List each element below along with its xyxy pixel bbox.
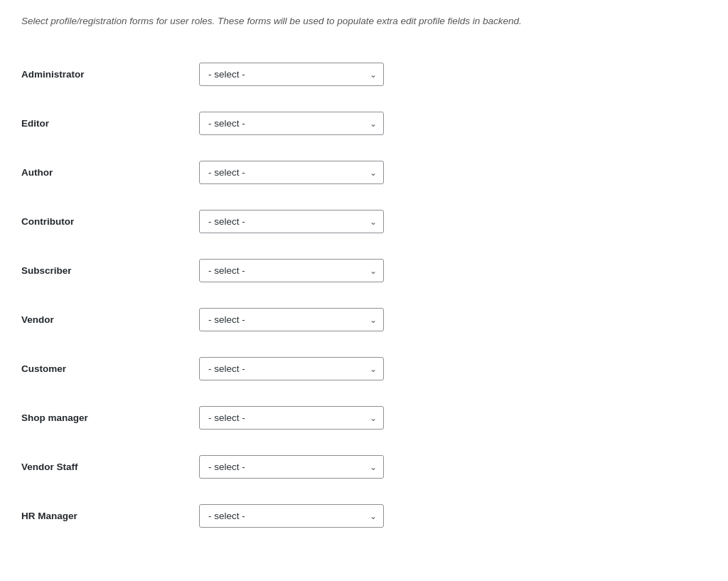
select-wrapper-contributor: - select -⌄ — [199, 210, 384, 233]
select-wrapper-editor: - select -⌄ — [199, 112, 384, 135]
role-label-subscriber: Subscriber — [21, 265, 199, 276]
select-vendor_staff[interactable]: - select - — [199, 455, 384, 479]
select-subscriber[interactable]: - select - — [199, 259, 384, 282]
role-label-hr_manager: HR Manager — [21, 511, 199, 521]
select-wrapper-vendor: - select -⌄ — [199, 308, 384, 331]
role-label-customer: Customer — [21, 363, 199, 374]
select-shop_manager[interactable]: - select - — [199, 406, 384, 430]
select-wrapper-administrator: - select -⌄ — [199, 63, 384, 86]
select-editor[interactable]: - select - — [199, 112, 384, 135]
select-wrapper-shop_manager: - select -⌄ — [199, 406, 384, 430]
role-row-subscriber: Subscriber- select -⌄ — [21, 246, 707, 295]
select-wrapper-author: - select -⌄ — [199, 161, 384, 184]
select-customer[interactable]: - select - — [199, 357, 384, 380]
role-label-administrator: Administrator — [21, 69, 199, 80]
role-row-vendor_staff: Vendor Staff- select -⌄ — [21, 442, 707, 491]
select-vendor[interactable]: - select - — [199, 308, 384, 331]
role-row-hr_manager: HR Manager- select -⌄ — [21, 491, 707, 540]
role-row-author: Author- select -⌄ — [21, 148, 707, 197]
select-administrator[interactable]: - select - — [199, 63, 384, 86]
page-description: Select profile/registration forms for us… — [21, 14, 707, 28]
select-wrapper-hr_manager: - select -⌄ — [199, 504, 384, 528]
role-label-contributor: Contributor — [21, 216, 199, 227]
role-row-contributor: Contributor- select -⌄ — [21, 197, 707, 246]
role-row-shop_manager: Shop manager- select -⌄ — [21, 393, 707, 442]
select-wrapper-subscriber: - select -⌄ — [199, 259, 384, 282]
select-contributor[interactable]: - select - — [199, 210, 384, 233]
role-label-author: Author — [21, 167, 199, 178]
select-hr_manager[interactable]: - select - — [199, 504, 384, 528]
role-row-editor: Editor- select -⌄ — [21, 99, 707, 148]
role-row-customer: Customer- select -⌄ — [21, 344, 707, 393]
role-row-administrator: Administrator- select -⌄ — [21, 50, 707, 99]
select-wrapper-customer: - select -⌄ — [199, 357, 384, 380]
select-author[interactable]: - select - — [199, 161, 384, 184]
role-label-shop_manager: Shop manager — [21, 412, 199, 423]
role-label-editor: Editor — [21, 118, 199, 129]
role-label-vendor_staff: Vendor Staff — [21, 462, 199, 472]
role-form-rows: Administrator- select -⌄Editor- select -… — [21, 50, 707, 540]
role-row-vendor: Vendor- select -⌄ — [21, 295, 707, 344]
select-wrapper-vendor_staff: - select -⌄ — [199, 455, 384, 479]
role-label-vendor: Vendor — [21, 314, 199, 325]
